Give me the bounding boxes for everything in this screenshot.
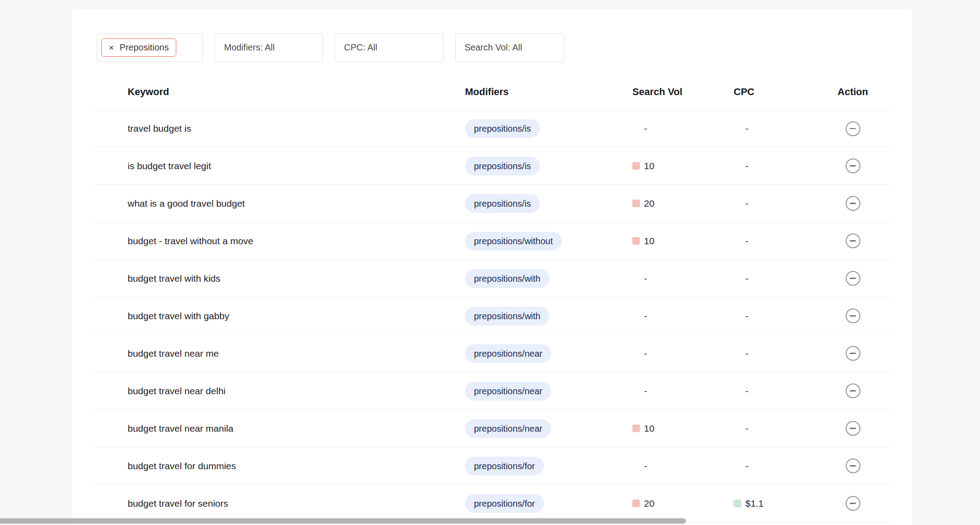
search-vol-value: -: [644, 123, 647, 134]
keyword-text: budget - travel without a move: [128, 236, 253, 246]
table-row: is budget travel legit prepositions/is 1…: [94, 147, 892, 185]
modifier-cell: prepositions/with: [465, 269, 632, 288]
search-vol-swatch: [632, 200, 640, 207]
keyword-cell: budget travel near me: [94, 348, 465, 359]
search-vol-value: 10: [644, 161, 654, 171]
modifiers-filter-dropdown[interactable]: Modifiers: All: [215, 33, 323, 62]
table-row: budget travel with kids prepositions/wit…: [94, 260, 892, 297]
cpc-cell: -: [734, 123, 834, 134]
modifier-cell: prepositions/is: [465, 194, 632, 213]
keyword-text: budget travel near me: [128, 348, 219, 358]
search-vol-value: 10: [644, 423, 654, 434]
search-vol-value: -: [644, 348, 647, 359]
minus-icon: [850, 278, 856, 279]
search-vol-value: -: [644, 273, 647, 284]
keyword-type-filter[interactable]: × Prepositions: [97, 33, 203, 62]
remove-keyword-button[interactable]: [846, 308, 860, 323]
search-vol-cell: 10: [632, 423, 734, 434]
keyword-cell: what is a good travel budget: [94, 198, 465, 209]
table-row: budget travel near manila prepositions/n…: [94, 410, 892, 447]
modifier-pill: prepositions/for: [465, 494, 544, 513]
cpc-value: $1.1: [745, 498, 764, 509]
column-header-modifiers: Modifiers: [465, 86, 632, 98]
cpc-value: -: [745, 311, 748, 321]
action-cell: [834, 233, 892, 248]
cpc-value: -: [745, 386, 748, 396]
cpc-swatch: [734, 500, 741, 507]
search-vol-cell: -: [632, 348, 734, 359]
modifier-pill: prepositions/for: [465, 457, 544, 475]
keyword-text: budget travel for seniors: [128, 498, 228, 508]
prepositions-chip[interactable]: × Prepositions: [101, 38, 176, 57]
modifier-pill: prepositions/is: [465, 157, 540, 175]
remove-keyword-button[interactable]: [846, 121, 860, 136]
search-vol-value: -: [644, 311, 647, 321]
cpc-cell: -: [734, 386, 834, 396]
action-cell: [834, 308, 892, 323]
action-cell: [834, 346, 892, 361]
keyword-cell: budget travel with kids: [94, 273, 465, 284]
modifier-pill: prepositions/with: [465, 269, 549, 288]
search-vol-cell: 10: [632, 236, 734, 246]
remove-keyword-button[interactable]: [846, 383, 860, 398]
action-cell: [834, 121, 892, 136]
cpc-cell: -: [734, 461, 834, 471]
remove-keyword-button[interactable]: [846, 271, 860, 286]
remove-keyword-button[interactable]: [846, 233, 860, 248]
minus-icon: [850, 315, 856, 317]
minus-icon: [850, 128, 856, 129]
keyword-cell: budget travel near manila: [94, 423, 465, 434]
modifier-cell: prepositions/near: [465, 344, 632, 363]
search-vol-swatch: [632, 425, 640, 432]
search-vol-swatch: [632, 237, 640, 245]
modifier-cell: prepositions/near: [465, 419, 632, 438]
minus-icon: [850, 353, 856, 354]
action-cell: [834, 496, 892, 511]
modifier-cell: prepositions/is: [465, 157, 632, 175]
keyword-text: budget travel for dummies: [128, 461, 236, 471]
remove-chip-icon[interactable]: ×: [109, 43, 114, 52]
cpc-cell: -: [734, 311, 834, 321]
modifier-pill: prepositions/with: [465, 307, 549, 325]
cpc-cell: -: [734, 161, 834, 171]
table-row: what is a good travel budget preposition…: [94, 185, 892, 222]
cpc-cell: -: [734, 348, 834, 359]
remove-keyword-button[interactable]: [846, 196, 860, 211]
modifier-pill: prepositions/near: [465, 344, 551, 363]
search-vol-filter-dropdown[interactable]: Search Vol: All: [455, 33, 565, 62]
search-vol-value: 20: [644, 498, 654, 509]
keyword-text: is budget travel legit: [128, 161, 211, 171]
search-vol-cell: -: [632, 461, 734, 471]
search-vol-swatch: [632, 500, 640, 507]
search-vol-swatch: [632, 162, 640, 170]
keyword-cell: budget travel for seniors: [94, 498, 465, 509]
table-row: budget travel for dummies prepositions/f…: [94, 447, 892, 485]
table-row: travel budget is prepositions/is - -: [94, 110, 892, 147]
modifier-cell: prepositions/with: [465, 307, 632, 325]
keyword-text: budget travel near manila: [128, 423, 233, 433]
minus-icon: [850, 165, 856, 167]
cpc-value: -: [745, 423, 748, 434]
modifier-pill: prepositions/is: [465, 194, 540, 213]
remove-keyword-button[interactable]: [846, 458, 860, 473]
search-vol-value: -: [644, 461, 647, 471]
table-row: budget travel near delhi prepositions/ne…: [94, 372, 892, 410]
modifier-cell: prepositions/near: [465, 382, 632, 400]
remove-keyword-button[interactable]: [846, 421, 860, 436]
minus-icon: [850, 428, 856, 429]
remove-keyword-button[interactable]: [846, 158, 860, 173]
remove-keyword-button[interactable]: [846, 346, 860, 361]
horizontal-scrollbar-thumb[interactable]: [0, 518, 686, 524]
cpc-cell: -: [734, 198, 834, 209]
keyword-text: travel budget is: [128, 123, 191, 133]
cpc-value: -: [745, 198, 748, 209]
cpc-value: -: [745, 348, 748, 359]
keyword-cell: is budget travel legit: [94, 161, 465, 171]
minus-icon: [850, 390, 856, 392]
column-header-keyword: Keyword: [94, 86, 465, 98]
modifier-pill: prepositions/without: [465, 232, 562, 250]
cpc-filter-dropdown[interactable]: CPC: All: [335, 33, 444, 62]
remove-keyword-button[interactable]: [846, 496, 860, 511]
cpc-cell: $1.1: [734, 498, 834, 509]
search-vol-value: 20: [644, 198, 654, 209]
